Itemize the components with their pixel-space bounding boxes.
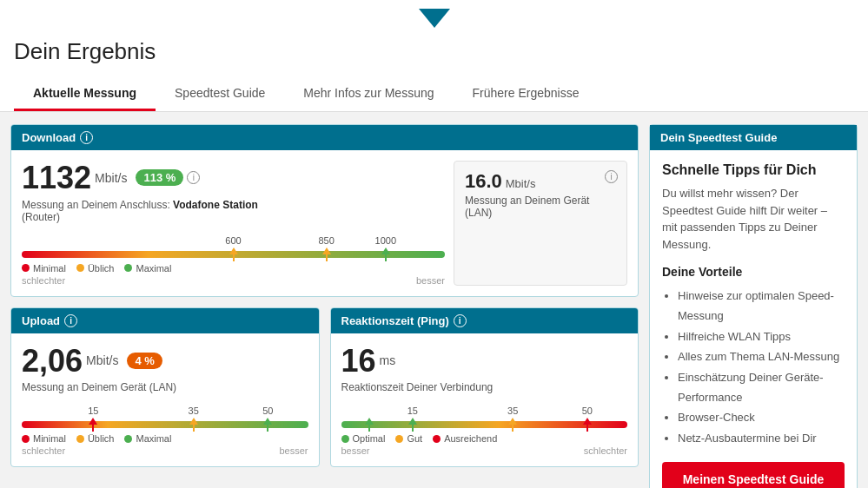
download-bar-label-850: 850 xyxy=(318,235,334,246)
ping-info-icon[interactable]: i xyxy=(454,314,467,327)
svg-marker-17 xyxy=(508,418,517,425)
ping-marker-current xyxy=(365,418,374,432)
guide-list-item-2: Hilfreiche WLAN Tipps xyxy=(678,326,845,346)
guide-list-item-3: Alles zum Thema LAN-Messung xyxy=(678,346,845,366)
download-bar-area: 600 850 1000 xyxy=(22,235,445,286)
ping-legend-label-gut: Gut xyxy=(407,433,422,444)
download-bar-label-1000: 1000 xyxy=(375,235,396,246)
download-speed-row: 1132 Mbit/s 113 % i xyxy=(22,161,445,195)
ping-card-body: 16 ms Reaktionszeit Deiner Verbindung 15… xyxy=(331,333,639,467)
download-marker-600 xyxy=(229,247,238,261)
download-secondary-info-icon[interactable]: i xyxy=(605,170,618,183)
download-speed-value: 1132 xyxy=(22,161,91,195)
upload-header-label: Upload xyxy=(22,314,60,327)
download-legend-maximal: Maximal xyxy=(124,263,171,274)
svg-rect-14 xyxy=(368,424,370,432)
tab-mehr-infos[interactable]: Mehr Infos zur Messung xyxy=(284,77,453,111)
download-axis-left: schlechter xyxy=(22,275,65,286)
ping-speed-value: 16 xyxy=(341,344,376,379)
upload-marker-50 xyxy=(263,418,272,432)
tab-fruehere-ergebnisse[interactable]: Frühere Ergebnisse xyxy=(454,77,599,111)
svg-marker-3 xyxy=(322,247,331,254)
upload-bar-axis: schlechter besser xyxy=(22,445,308,456)
ping-legend-dot-gut xyxy=(395,435,403,443)
upload-measurement-note: Messung an Deinem Gerät (LAN) xyxy=(22,381,308,393)
guide-list-item-6: Netz-Ausbautermine bei Dir xyxy=(678,428,845,448)
download-secondary-note: Messung an Deinem Gerät (LAN) xyxy=(465,195,616,219)
svg-rect-6 xyxy=(385,254,387,261)
guide-advantages-title: Deine Vorteile xyxy=(662,265,845,279)
upload-legend-dot-ublich xyxy=(76,435,84,443)
download-bar-label-600: 600 xyxy=(225,235,241,246)
ping-bar-area: 15 35 50 xyxy=(341,406,628,456)
guide-start-button[interactable]: Meinen Speedtest Guide starten xyxy=(662,462,845,488)
ping-bar-label-35: 35 xyxy=(507,406,518,416)
download-bar-axis: schlechter besser xyxy=(22,275,445,286)
bottom-row: Upload i 2,06 Mbit/s 4 % Messung an Dein… xyxy=(10,307,639,468)
svg-marker-5 xyxy=(381,247,390,254)
tab-aktuelle-messung[interactable]: Aktuelle Messung xyxy=(14,77,156,111)
upload-legend-minimal: Minimal xyxy=(22,433,66,444)
download-legend: Minimal Üblich Maximal xyxy=(22,263,445,274)
ping-legend: Optimal Gut Ausreichend xyxy=(341,433,628,444)
svg-rect-18 xyxy=(512,424,514,432)
download-info-icon[interactable]: i xyxy=(80,131,93,144)
upload-axis-right: besser xyxy=(279,445,308,456)
ping-header-label: Reaktionszeit (Ping) xyxy=(341,314,449,327)
upload-bar-track xyxy=(22,421,308,428)
ping-axis-right: schlechter xyxy=(584,445,627,456)
ping-legend-ausreichend: Ausreichend xyxy=(433,433,497,444)
svg-rect-20 xyxy=(586,424,588,432)
left-column: Download i 1132 Mbit/s 113 % i Messung a… xyxy=(10,124,639,467)
ping-bar-label-50: 50 xyxy=(582,406,593,416)
ping-card: Reaktionszeit (Ping) i 16 ms Reaktionsze… xyxy=(330,307,639,468)
download-device-name: Vodafone Station xyxy=(173,199,258,211)
svg-marker-9 xyxy=(189,418,198,425)
svg-rect-16 xyxy=(412,424,414,432)
upload-info-icon[interactable]: i xyxy=(64,314,77,327)
guide-list-item-4: Einschätzung Deiner Geräte-Performance xyxy=(678,367,845,408)
download-card: Download i 1132 Mbit/s 113 % i Messung a… xyxy=(10,124,639,297)
download-speed-unit: Mbit/s xyxy=(95,171,127,185)
ping-legend-dot-ausreichend xyxy=(433,435,441,443)
download-legend-dot-maximal xyxy=(124,264,132,272)
tabs-bar: Aktuelle Messung Speedtest Guide Mehr In… xyxy=(0,77,868,112)
main-content: Download i 1132 Mbit/s 113 % i Messung a… xyxy=(0,112,868,488)
upload-speed-row: 2,06 Mbit/s 4 % xyxy=(22,344,308,379)
download-legend-label-ublich: Üblich xyxy=(88,263,115,274)
guide-card-body: Schnelle Tipps für Dich Du willst mehr w… xyxy=(650,150,857,488)
download-secondary-speed: 16.0 xyxy=(465,170,502,192)
svg-rect-4 xyxy=(326,254,328,261)
download-marker-850 xyxy=(322,247,331,261)
upload-legend-dot-maximal xyxy=(124,435,132,443)
upload-legend-dot-minimal xyxy=(22,435,30,443)
svg-rect-12 xyxy=(267,424,268,432)
svg-marker-13 xyxy=(365,418,374,425)
download-secondary-speed-row: 16.0 Mbit/s xyxy=(465,170,616,193)
download-badge-info-icon[interactable]: i xyxy=(187,171,200,184)
download-row: 1132 Mbit/s 113 % i Messung an Deinem An… xyxy=(22,161,627,286)
guide-advantages-list: Hinweise zur optimalen Speed-Messung Hil… xyxy=(662,286,845,448)
ping-bar-axis: besser schlechter xyxy=(341,445,628,456)
upload-axis-left: schlechter xyxy=(22,445,65,456)
guide-list-item-5: Browser-Check xyxy=(678,407,845,427)
ping-card-header: Reaktionszeit (Ping) i xyxy=(331,308,639,333)
download-badge: 113 % xyxy=(136,169,183,186)
upload-bar-label-50: 50 xyxy=(262,406,273,416)
page-title: Dein Ergebnis xyxy=(0,31,868,77)
guide-card-header: Dein Speedtest Guide xyxy=(650,125,857,150)
upload-legend-label-maximal: Maximal xyxy=(136,433,171,444)
upload-speed-value: 2,06 xyxy=(22,344,83,379)
download-secondary-panel: i 16.0 Mbit/s Messung an Deinem Gerät (L… xyxy=(454,161,627,286)
download-legend-ublich: Üblich xyxy=(76,263,115,274)
ping-legend-dot-optimal xyxy=(341,435,349,443)
ping-marker-15 xyxy=(408,418,417,432)
top-arrow xyxy=(0,0,868,31)
upload-legend-label-minimal: Minimal xyxy=(33,433,66,444)
tab-speedtest-guide[interactable]: Speedtest Guide xyxy=(156,77,284,111)
upload-badge: 4 % xyxy=(127,353,162,369)
ping-speed-row: 16 ms xyxy=(341,344,628,379)
download-legend-minimal: Minimal xyxy=(22,263,66,274)
upload-legend-ublich: Üblich xyxy=(76,433,115,444)
ping-measurement-note: Reaktionszeit Deiner Verbindung xyxy=(341,381,628,393)
